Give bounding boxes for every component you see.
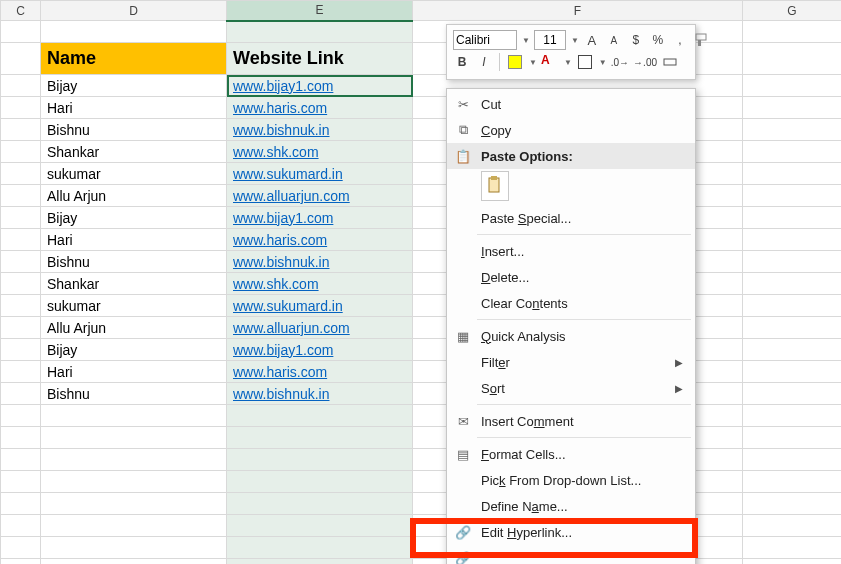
cell[interactable] <box>227 537 413 559</box>
name-cell[interactable]: Hari <box>41 97 227 119</box>
cell[interactable] <box>743 383 842 405</box>
cell[interactable] <box>1 537 41 559</box>
col-header-c[interactable]: C <box>1 1 41 21</box>
menu-format-cells[interactable]: ▤ Format Cells... <box>447 441 695 467</box>
decrease-font-button[interactable]: A <box>605 31 623 49</box>
cell[interactable] <box>743 559 842 565</box>
hyperlink[interactable]: www.bijay1.com <box>233 342 333 358</box>
link-cell[interactable]: www.haris.com <box>227 97 413 119</box>
cell[interactable] <box>743 493 842 515</box>
cell[interactable] <box>743 537 842 559</box>
cell[interactable] <box>743 273 842 295</box>
hyperlink[interactable]: www.haris.com <box>233 232 327 248</box>
menu-sort[interactable]: Sort ▶ <box>447 375 695 401</box>
cell[interactable] <box>227 559 413 565</box>
name-cell[interactable]: sukumar <box>41 163 227 185</box>
menu-delete[interactable]: Delete... <box>447 264 695 290</box>
cell[interactable] <box>743 21 842 43</box>
header-website-link[interactable]: Website Link <box>227 43 413 75</box>
name-cell[interactable]: Shankar <box>41 273 227 295</box>
name-cell[interactable]: Bishnu <box>41 383 227 405</box>
cell[interactable] <box>227 493 413 515</box>
link-cell[interactable]: www.sukumard.in <box>227 295 413 317</box>
cell[interactable] <box>1 97 41 119</box>
cell[interactable] <box>227 449 413 471</box>
name-cell[interactable]: sukumar <box>41 295 227 317</box>
name-cell[interactable]: Bishnu <box>41 251 227 273</box>
menu-open-hyperlink[interactable]: 🔗 <box>447 545 695 564</box>
name-cell[interactable]: Allu Arjun <box>41 185 227 207</box>
cell[interactable] <box>1 471 41 493</box>
chevron-down-icon[interactable]: ▼ <box>599 58 607 67</box>
font-size-select[interactable] <box>534 30 566 50</box>
cell[interactable] <box>743 229 842 251</box>
cell[interactable] <box>743 317 842 339</box>
cell[interactable] <box>1 43 41 75</box>
name-cell[interactable]: Bijay <box>41 207 227 229</box>
cell[interactable] <box>1 317 41 339</box>
hyperlink[interactable]: www.bishnuk.in <box>233 254 330 270</box>
cell[interactable] <box>1 119 41 141</box>
merge-center-button[interactable] <box>661 53 679 71</box>
link-cell[interactable]: www.bishnuk.in <box>227 251 413 273</box>
cell[interactable] <box>41 449 227 471</box>
link-cell[interactable]: www.haris.com <box>227 361 413 383</box>
cell[interactable] <box>227 471 413 493</box>
hyperlink[interactable]: www.alluarjun.com <box>233 188 350 204</box>
percent-format-button[interactable]: % <box>649 31 667 49</box>
cell[interactable] <box>41 427 227 449</box>
cell[interactable] <box>1 427 41 449</box>
cell[interactable] <box>1 273 41 295</box>
cell[interactable] <box>1 295 41 317</box>
cell[interactable] <box>743 339 842 361</box>
hyperlink[interactable]: www.bishnuk.in <box>233 386 330 402</box>
accounting-format-button[interactable]: $ <box>627 31 645 49</box>
spreadsheet-grid[interactable]: C D E F G NameWebsite LinkBijaywww.bijay… <box>0 0 841 564</box>
cell[interactable] <box>743 185 842 207</box>
cell[interactable] <box>1 493 41 515</box>
cell[interactable] <box>743 119 842 141</box>
cell[interactable] <box>1 405 41 427</box>
name-cell[interactable]: Bijay <box>41 339 227 361</box>
cell[interactable] <box>1 383 41 405</box>
link-cell[interactable]: www.bishnuk.in <box>227 383 413 405</box>
hyperlink[interactable]: www.bijay1.com <box>233 78 333 94</box>
col-header-d[interactable]: D <box>41 1 227 21</box>
cell[interactable] <box>41 537 227 559</box>
paste-option-keep-source[interactable] <box>481 171 509 201</box>
menu-insert-comment[interactable]: ✉ Insert Comment <box>447 408 695 434</box>
link-cell[interactable]: www.haris.com <box>227 229 413 251</box>
increase-font-button[interactable]: A <box>583 31 601 49</box>
cell[interactable] <box>1 185 41 207</box>
chevron-down-icon[interactable]: ▼ <box>564 58 572 67</box>
hyperlink[interactable]: www.shk.com <box>233 276 319 292</box>
cell[interactable] <box>743 251 842 273</box>
hyperlink[interactable]: www.shk.com <box>233 144 319 160</box>
cell[interactable] <box>1 361 41 383</box>
cell[interactable] <box>1 449 41 471</box>
cell[interactable] <box>1 207 41 229</box>
cell[interactable] <box>41 471 227 493</box>
cell[interactable] <box>41 493 227 515</box>
cell[interactable] <box>743 361 842 383</box>
cell[interactable] <box>743 471 842 493</box>
header-name[interactable]: Name <box>41 43 227 75</box>
cell[interactable] <box>743 405 842 427</box>
link-cell[interactable]: www.bijay1.com <box>227 339 413 361</box>
hyperlink[interactable]: www.sukumard.in <box>233 166 343 182</box>
cell[interactable] <box>743 43 842 75</box>
link-cell[interactable]: www.shk.com <box>227 273 413 295</box>
cell[interactable] <box>743 75 842 97</box>
cell[interactable] <box>41 559 227 565</box>
borders-button[interactable] <box>576 53 594 71</box>
fill-color-button[interactable] <box>506 53 524 71</box>
cell[interactable] <box>1 75 41 97</box>
cell[interactable] <box>41 21 227 43</box>
cell[interactable] <box>743 141 842 163</box>
menu-insert[interactable]: Insert... <box>447 238 695 264</box>
cell[interactable] <box>1 141 41 163</box>
italic-button[interactable]: I <box>475 53 493 71</box>
link-cell[interactable]: www.alluarjun.com <box>227 185 413 207</box>
link-cell[interactable]: www.bijay1.com <box>227 207 413 229</box>
cell[interactable] <box>743 207 842 229</box>
